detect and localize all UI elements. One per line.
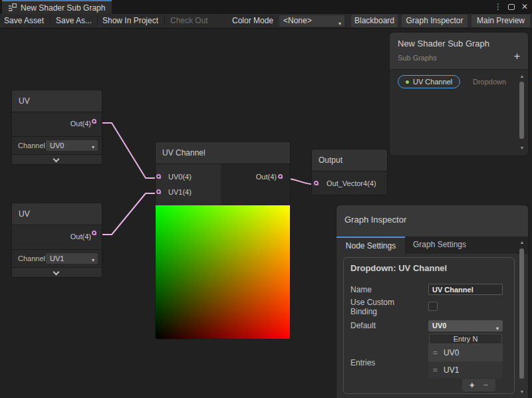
node-output-row: Out(4) <box>12 112 102 136</box>
channel-dropdown[interactable]: UV1 ▾ <box>45 252 98 264</box>
entries-header: Entry N <box>429 334 502 344</box>
entries-list-footer: + − <box>462 379 495 391</box>
node-uv-2[interactable]: UV Out(4) Channel UV1 ▾ <box>11 203 102 278</box>
scroll-up-icon[interactable]: ▲ <box>519 240 525 245</box>
port-uv1-out[interactable] <box>92 119 96 124</box>
shader-graph-window: New Shader Sub Graph ⋮ ✕ Save Asset Save… <box>0 0 532 398</box>
toolbar-separator <box>164 16 165 26</box>
close-icon[interactable]: ✕ <box>520 0 529 14</box>
node-uv-1[interactable]: UV Out(4) Channel UV0 ▾ <box>11 90 102 165</box>
tab-new-shader-sub-graph[interactable]: New Shader Sub Graph <box>2 0 112 14</box>
chevron-down-icon: ▾ <box>92 142 94 153</box>
menu-icon[interactable]: ⋮ <box>493 0 503 14</box>
property-pill-uv-channel[interactable]: UV Channel <box>398 75 460 88</box>
graph-inspector-panel: Graph Inspector Node Settings Graph Sett… <box>336 205 529 398</box>
save-as-button[interactable]: Save As... <box>56 14 92 28</box>
node-control-row: Channel UV0 ▾ <box>12 136 102 154</box>
entry-value: UV0 <box>444 348 459 357</box>
scroll-down-icon[interactable]: ▼ <box>519 146 525 150</box>
subgraph-icon <box>8 3 17 12</box>
property-type-label: Dropdown <box>473 78 506 86</box>
collapse-button[interactable] <box>12 154 102 164</box>
use-custom-binding-checkbox[interactable] <box>428 302 438 311</box>
edge-uv0[interactable] <box>96 123 160 178</box>
color-mode-dropdown[interactable]: <None> ▾ <box>279 15 344 27</box>
color-mode-label: Color Mode <box>232 14 273 28</box>
node-output-row: Out(4) <box>12 225 102 249</box>
tab-node-settings[interactable]: Node Settings <box>336 237 405 254</box>
node-uv-channel[interactable]: UV Channel UV0(4) UV1(4) Out(4) <box>155 142 291 340</box>
remove-entry-button[interactable]: − <box>483 379 489 391</box>
inspector-tab-bar: Node Settings Graph Settings <box>336 237 528 254</box>
node-ports-section: UV0(4) UV1(4) Out(4) <box>156 164 290 205</box>
port-uvchannel-uv1-in[interactable] <box>156 189 161 194</box>
default-value: UV0 <box>432 322 446 330</box>
port-output-in[interactable] <box>314 181 319 185</box>
exposed-dot-icon <box>406 80 409 84</box>
dropdown-settings-box: Dropdown: UV Channel Name Use Custom Bin… <box>343 257 515 394</box>
node-title[interactable]: Output <box>312 149 387 171</box>
title-tab-bar: New Shader Sub Graph ⋮ ✕ <box>0 0 532 14</box>
blackboard-subtitle: Sub Graphs <box>398 54 437 62</box>
blackboard-item-row: UV Channel Dropdown <box>390 70 528 94</box>
name-label: Name <box>350 285 372 294</box>
inspector-header: Graph Inspector <box>336 205 528 237</box>
port-label-uv1: UV1(4) <box>168 188 192 196</box>
section-title: Dropdown: UV Channel <box>350 263 447 273</box>
default-dropdown[interactable]: UV0 ▾ <box>428 320 503 332</box>
toolbar-separator <box>97 16 98 26</box>
node-output[interactable]: Output Out_Vector4(4) <box>311 149 388 195</box>
show-in-project-button[interactable]: Show In Project <box>102 14 158 28</box>
add-property-button[interactable]: + <box>514 50 520 62</box>
maximize-icon[interactable] <box>508 4 515 10</box>
name-field[interactable] <box>428 284 503 295</box>
use-custom-binding-label: Use Custom Binding <box>350 298 414 316</box>
color-mode-value: <None> <box>283 16 312 25</box>
chevron-down-icon: ▾ <box>92 255 94 266</box>
input-column: UV0(4) UV1(4) <box>156 164 221 205</box>
toolbar: Save Asset Save As... Show In Project Ch… <box>0 14 532 29</box>
port-label-out-vector4: Out_Vector4(4) <box>327 179 376 187</box>
node-title[interactable]: UV <box>12 203 102 225</box>
default-label: Default <box>350 321 376 330</box>
node-title[interactable]: UV Channel <box>156 142 290 164</box>
chevron-down-icon: ▾ <box>496 323 499 334</box>
output-column: Out(4) <box>221 164 290 205</box>
inspector-scrollbar[interactable]: ▲ ▼ <box>519 239 525 397</box>
scroll-up-icon[interactable]: ▲ <box>519 74 525 78</box>
port-label-out: Out(4) <box>70 233 91 241</box>
port-uv2-out[interactable] <box>92 231 96 235</box>
port-label-uv0: UV0(4) <box>168 173 192 181</box>
blackboard-toggle-button[interactable]: Blackboard <box>351 15 398 27</box>
scrollbar-thumb[interactable] <box>519 82 524 139</box>
graph-inspector-toggle-button[interactable]: Graph Inspector <box>402 15 467 27</box>
blackboard-header: New Shader Sub Graph Sub Graphs + <box>390 33 528 70</box>
chevron-down-icon: ▾ <box>338 18 341 29</box>
collapse-button[interactable] <box>12 267 102 277</box>
property-name: UV Channel <box>413 78 452 86</box>
scroll-down-icon[interactable]: ▼ <box>519 389 525 394</box>
check-out-button[interactable]: Check Out <box>170 14 208 28</box>
save-asset-button[interactable]: Save Asset <box>4 14 44 28</box>
blackboard-scrollbar[interactable]: ▲ ▼ <box>519 74 525 152</box>
port-label-out: Out(4) <box>256 173 277 181</box>
toolbar-separator <box>50 16 51 26</box>
blackboard-panel: New Shader Sub Graph Sub Graphs + UV Cha… <box>389 32 529 156</box>
scrollbar-thumb[interactable] <box>519 249 524 379</box>
main-preview-toggle-button[interactable]: Main Preview <box>471 15 530 27</box>
tab-graph-settings[interactable]: Graph Settings <box>405 237 474 254</box>
node-title[interactable]: UV <box>12 90 102 112</box>
channel-dropdown[interactable]: UV0 ▾ <box>45 140 98 151</box>
port-label-out: Out(4) <box>70 120 91 128</box>
drag-handle-icon[interactable]: = <box>433 348 438 357</box>
window-controls: ⋮ ✕ <box>493 0 529 14</box>
entry-row-uv1[interactable]: = UV1 <box>428 361 503 378</box>
port-uvchannel-uv0-in[interactable] <box>156 174 161 179</box>
drag-handle-icon[interactable]: = <box>433 365 438 375</box>
edge-uv1[interactable] <box>96 193 160 235</box>
channel-label: Channel <box>18 142 45 149</box>
channel-value: UV1 <box>50 254 64 262</box>
add-entry-button[interactable]: + <box>469 379 475 391</box>
entry-row-uv0[interactable]: = UV0 <box>428 344 503 361</box>
port-uvchannel-out[interactable] <box>278 174 283 179</box>
